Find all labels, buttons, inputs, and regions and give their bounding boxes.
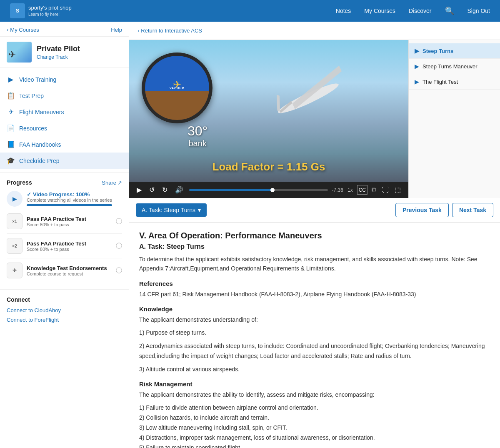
playlist-item-steep-turns[interactable]: ▶ Steep Turns — [409, 43, 500, 59]
sidebar-item-resources[interactable]: 📄Resources — [0, 120, 129, 136]
share-icon: ↗ — [118, 180, 122, 186]
nav-my-courses[interactable]: My Courses — [364, 8, 395, 14]
faa-handbooks-label: FAA Handbooks — [19, 141, 61, 148]
playlist-panel: ▶ Steep Turns ▶ Steep Turns Maneuver ▶ T… — [408, 40, 500, 198]
nav-discover[interactable]: Discover — [409, 8, 431, 14]
sidebar-item-checkride-prep[interactable]: 🎓Checkride Prep — [0, 153, 129, 169]
nav-notes[interactable]: Notes — [336, 8, 351, 14]
cloudahoy-link[interactable]: Connect to CloudAhoy — [7, 307, 122, 313]
knowledge-item-1: 1) Purpose of steep turns. — [139, 328, 490, 338]
progress-item-faa2: ×2 Pass FAA Practice Test Score 80% + to… — [7, 234, 122, 258]
play-button[interactable]: ▶ — [135, 185, 143, 195]
sidebar-header-help: ‹ My Courses Help — [7, 27, 122, 33]
bank-overlay: 30° bank — [188, 123, 208, 148]
pip-button[interactable]: ⧉ — [370, 185, 378, 195]
task-description: To determine that the applicant exhibits… — [139, 255, 490, 273]
course-thumbnail: ✈ — [7, 42, 32, 63]
references-text: 14 CFR part 61; Risk Management Handbook… — [139, 290, 490, 300]
progress-item-knowledge: ✈ Knowledge Test Endorsements Complete c… — [7, 258, 122, 283]
video-time: -7:36 — [332, 187, 343, 193]
flight-maneuvers-icon: ✈ — [7, 108, 15, 116]
course-info: ✈ Private Pilot Change Track — [0, 37, 129, 68]
risk-item-4: 4) Distractions, improper task managemen… — [139, 433, 490, 443]
airplay-button[interactable]: ⬚ — [393, 185, 402, 195]
change-track-link[interactable]: Change Track — [37, 54, 80, 60]
video-icon-buttons: CC ⧉ ⛶ ⬚ — [357, 185, 402, 195]
video-speed: 1x — [348, 187, 353, 193]
resources-label: Resources — [19, 125, 47, 132]
connect-title: Connect — [7, 296, 122, 303]
task-dropdown-button[interactable]: A. Task: Steep Turns ▾ — [136, 203, 207, 217]
main-content: ‹ Return to Interactive ACS VACUUM ✈ — [129, 22, 500, 448]
play-icon-1: ▶ — [415, 48, 419, 54]
course-title-area: Private Pilot Change Track — [37, 45, 80, 60]
video-progress-bar[interactable] — [189, 189, 328, 191]
volume-button[interactable]: 🔊 — [173, 185, 185, 195]
faa2-info-icon[interactable]: ⓘ — [116, 242, 122, 250]
logo-icon: S — [10, 3, 25, 18]
sidebar-item-video-training[interactable]: ▶Video Training — [0, 71, 129, 88]
progress-title: Progress — [7, 179, 32, 186]
sidebar-top: ‹ My Courses Help — [0, 22, 129, 37]
video-area-row: VACUUM ✈ 30° bank — [129, 40, 500, 198]
faa2-text: Pass FAA Practice Test Score 80% + to pa… — [27, 240, 112, 252]
fullscreen-button[interactable]: ⛶ — [380, 185, 390, 195]
playlist-item-the-flight-test[interactable]: ▶ The Flight Test — [409, 74, 500, 90]
video-training-label: Video Training — [19, 76, 56, 83]
forward-button[interactable]: ↻ — [160, 185, 169, 195]
risk-heading: Risk Management — [139, 380, 490, 388]
svg-marker-1 — [286, 65, 348, 109]
video-placeholder: VACUUM ✈ 30° bank — [129, 40, 408, 182]
load-factor-text: Load Factor = 1.15 Gs — [212, 160, 325, 173]
video-controls: ▶ ↺ ↻ 🔊 -7:36 1x CC ⧉ ⛶ ⬚ — [129, 182, 408, 198]
back-acs-link[interactable]: ‹ Return to Interactive ACS — [138, 28, 492, 34]
task-nav: A. Task: Steep Turns ▾ Previous Task Nex… — [129, 198, 500, 223]
risk-intro: The applicant demonstrates the ability t… — [139, 390, 490, 400]
checkride-prep-icon: 🎓 — [7, 157, 15, 165]
faa1-text: Pass FAA Practice Test Score 80% + to pa… — [27, 216, 112, 227]
search-icon[interactable]: 🔍 — [445, 6, 454, 15]
cc-button[interactable]: CC — [357, 185, 368, 195]
logo-text: sporty's pilot shop Learn to fly here! — [28, 5, 72, 17]
knowledge-icon: ✈ — [7, 263, 22, 278]
rewind-button[interactable]: ↺ — [148, 185, 156, 195]
nav-sign-out[interactable]: Sign Out — [468, 8, 490, 14]
help-link[interactable]: Help — [111, 27, 122, 33]
video-progress-bar-fill — [27, 204, 112, 206]
test-prep-label: Test Prep — [19, 93, 44, 99]
sidebar: ‹ My Courses Help ✈ Private Pilot Change… — [0, 22, 129, 448]
video-progress-label: ✓ Video Progress: 100% — [27, 191, 112, 198]
share-link[interactable]: Share ↗ — [102, 180, 122, 186]
chevron-left-icon-acs: ‹ — [138, 28, 139, 34]
sidebar-item-faa-handbooks[interactable]: 📘FAA Handbooks — [0, 136, 129, 153]
plane-silhouette-icon: ✈ — [173, 79, 181, 90]
video-training-icon: ▶ — [7, 75, 15, 83]
course-title: Private Pilot — [37, 45, 80, 53]
knowledge-item-2: 2) Aerodynamics associated with steep tu… — [139, 341, 490, 361]
header-nav: Notes My Courses Discover 🔍 Sign Out — [336, 6, 490, 15]
foreflight-link[interactable]: Connect to ForeFlight — [7, 317, 122, 323]
previous-task-button[interactable]: Previous Task — [395, 203, 449, 217]
next-task-button[interactable]: Next Task — [452, 203, 493, 217]
instrument-inner: VACUUM ✈ — [145, 56, 209, 120]
knowledge-sub: Complete course to request — [27, 271, 112, 276]
faa1-info-icon[interactable]: ⓘ — [116, 218, 122, 225]
text-content: V. Area Of Operation: Performance Maneuv… — [129, 223, 500, 448]
dropdown-arrow-icon: ▾ — [198, 207, 201, 213]
faa1-sub: Score 80% + to pass — [27, 222, 112, 227]
connect-section: Connect Connect to CloudAhoy Connect to … — [0, 290, 129, 333]
faa2-label: Pass FAA Practice Test — [27, 240, 112, 247]
knowledge-info-icon[interactable]: ⓘ — [116, 267, 122, 275]
video-progress-sub: Complete watching all videos in the seri… — [27, 198, 112, 203]
task-nav-buttons: Previous Task Next Task — [395, 203, 493, 217]
back-to-my-courses[interactable]: ‹ My Courses — [7, 27, 39, 33]
sidebar-item-test-prep[interactable]: 📋Test Prep — [0, 88, 129, 104]
video-progress-icon: ▶ — [7, 191, 22, 207]
checkmark-icon: ✓ — [27, 191, 31, 198]
checkride-prep-label: Checkride Prep — [19, 158, 60, 164]
video-container: VACUUM ✈ 30° bank — [129, 40, 408, 198]
playlist-item-steep-turns-maneuver[interactable]: ▶ Steep Turns Maneuver — [409, 59, 500, 74]
sidebar-item-flight-maneuvers[interactable]: ✈Flight Maneuvers — [0, 104, 129, 120]
flight-maneuvers-label: Flight Maneuvers — [19, 109, 64, 115]
video-progress-fill — [189, 189, 272, 191]
